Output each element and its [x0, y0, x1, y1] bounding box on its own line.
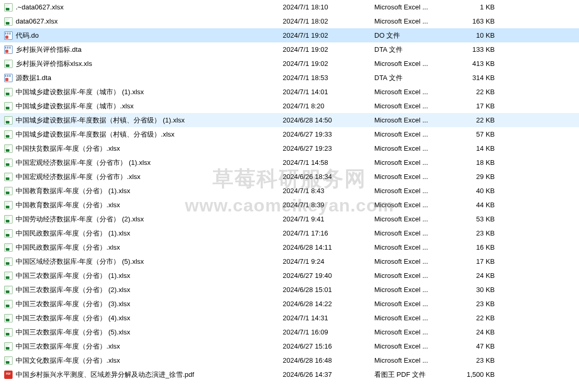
- file-name: 中国民政数据库-年度（分省）.xlsx: [16, 243, 283, 252]
- file-type: DO 文件: [374, 31, 463, 40]
- file-row[interactable]: 中国区域经济数据库-年度（分市） (5).xlsx2024/7/1 9:24Mi…: [0, 254, 579, 268]
- xlsx-file-icon: [4, 272, 13, 280]
- file-date: 2024/6/28 14:11: [283, 243, 374, 251]
- file-date: 2024/7/1 19:02: [283, 60, 374, 68]
- file-row[interactable]: 代码.do2024/7/1 19:02DO 文件10 KB: [0, 28, 579, 42]
- xlsx-file-icon: [4, 314, 13, 322]
- file-date: 2024/6/28 16:48: [283, 356, 374, 364]
- file-row[interactable]: 中国城乡建设数据库-年度（城市）.xlsx2024/7/1 8:20Micros…: [0, 99, 579, 113]
- xlsx-file-icon: [4, 342, 13, 351]
- xlsx-file-icon: [4, 356, 13, 365]
- file-size: 16 KB: [463, 243, 500, 251]
- file-size: 23 KB: [463, 229, 500, 237]
- file-type: Microsoft Excel ...: [374, 356, 463, 364]
- file-name: .~data0627.xlsx: [16, 3, 283, 11]
- file-row[interactable]: 中国文化数据库-年度（分省）.xlsx2024/6/28 16:48Micros…: [0, 353, 579, 367]
- file-row[interactable]: .~data0627.xlsx2024/7/1 18:10Microsoft E…: [0, 0, 579, 14]
- xlsx-file-icon: [4, 60, 13, 68]
- file-date: 2024/7/1 18:02: [283, 17, 374, 25]
- file-type: Microsoft Excel ...: [374, 229, 463, 237]
- xlsx-file-icon: [4, 159, 13, 167]
- file-row[interactable]: 中国城乡建设数据库-年度数据（村镇、分省级）.xlsx2024/6/27 19:…: [0, 127, 579, 141]
- file-type: Microsoft Excel ...: [374, 3, 463, 11]
- file-row[interactable]: 中国教育数据库-年度（分省） (1).xlsx2024/7/1 8:43Micr…: [0, 184, 579, 198]
- file-list: .~data0627.xlsx2024/7/1 18:10Microsoft E…: [0, 0, 579, 382]
- dta-file-icon: [4, 74, 13, 82]
- file-date: 2024/6/27 19:23: [283, 144, 374, 152]
- file-size: 30 KB: [463, 286, 500, 294]
- file-size: 57 KB: [463, 130, 500, 138]
- file-row[interactable]: 中国乡村振兴水平测度、区域差异分解及动态演进_徐雪.pdf2024/6/26 1…: [0, 367, 579, 382]
- file-row[interactable]: 中国劳动经济数据库-年度（分省） (2).xlsx2024/7/1 9:41Mi…: [0, 212, 579, 226]
- file-date: 2024/7/1 19:02: [283, 46, 374, 53]
- file-size: 40 KB: [463, 187, 500, 195]
- file-date: 2024/7/1 9:41: [283, 215, 374, 223]
- file-type: Microsoft Excel ...: [374, 243, 463, 251]
- file-name: 乡村振兴评价指标xlsx.xls: [16, 59, 283, 69]
- file-name: 中国城乡建设数据库-年度数据（村镇、分省级）.xlsx: [16, 130, 283, 139]
- file-date: 2024/7/1 9:24: [283, 257, 374, 265]
- file-name: 中国宏观经济数据库-年度（分省市）.xlsx: [16, 172, 283, 182]
- file-row[interactable]: 中国三农数据库-年度（分省） (5).xlsx2024/7/1 16:09Mic…: [0, 325, 579, 339]
- file-type: Microsoft Excel ...: [374, 187, 463, 195]
- file-date: 2024/6/28 14:50: [283, 116, 374, 124]
- file-size: 314 KB: [463, 74, 500, 82]
- file-size: 413 KB: [463, 60, 500, 68]
- file-size: 29 KB: [463, 173, 500, 181]
- file-size: 23 KB: [463, 300, 500, 308]
- file-size: 22 KB: [463, 314, 500, 322]
- file-type: Microsoft Excel ...: [374, 215, 463, 223]
- file-row[interactable]: 中国扶贫数据库-年度（分省）.xlsx2024/6/27 19:23Micros…: [0, 141, 579, 155]
- file-type: DTA 文件: [374, 73, 463, 83]
- file-row[interactable]: 乡村振兴评价指标xlsx.xls2024/7/1 19:02Microsoft …: [0, 57, 579, 71]
- file-type: Microsoft Excel ...: [374, 130, 463, 138]
- file-type: Microsoft Excel ...: [374, 328, 463, 336]
- file-size: 18 KB: [463, 159, 500, 166]
- file-date: 2024/7/1 14:01: [283, 88, 374, 96]
- xlsx-file-icon: [4, 215, 13, 223]
- xlsx-file-icon: [4, 3, 13, 12]
- file-date: 2024/7/1 18:53: [283, 74, 374, 82]
- file-name: 中国三农数据库-年度（分省） (3).xlsx: [16, 299, 283, 309]
- file-date: 2024/6/27 15:16: [283, 342, 374, 350]
- file-row[interactable]: 中国民政数据库-年度（分省） (1).xlsx2024/7/1 17:16Mic…: [0, 226, 579, 240]
- file-size: 17 KB: [463, 257, 500, 265]
- file-row[interactable]: 源数据1.dta2024/7/1 18:53DTA 文件314 KB: [0, 71, 579, 85]
- file-type: Microsoft Excel ...: [374, 257, 463, 265]
- file-row[interactable]: 中国城乡建设数据库-年度数据（村镇、分省级） (1).xlsx2024/6/28…: [0, 113, 579, 127]
- xlsx-file-icon: [4, 102, 13, 110]
- file-row[interactable]: 中国三农数据库-年度（分省） (1).xlsx2024/6/27 19:40Mi…: [0, 268, 579, 283]
- file-name: 中国扶贫数据库-年度（分省）.xlsx: [16, 144, 283, 153]
- file-size: 23 KB: [463, 356, 500, 364]
- file-date: 2024/6/26 14:37: [283, 371, 374, 378]
- file-row[interactable]: 中国三农数据库-年度（分省） (4).xlsx2024/7/1 14:31Mic…: [0, 311, 579, 325]
- xlsx-file-icon: [4, 88, 13, 96]
- file-date: 2024/7/1 14:31: [283, 314, 374, 322]
- file-row[interactable]: data0627.xlsx2024/7/1 18:02Microsoft Exc…: [0, 14, 579, 28]
- file-type: Microsoft Excel ...: [374, 286, 463, 294]
- file-size: 24 KB: [463, 272, 500, 279]
- file-row[interactable]: 中国民政数据库-年度（分省）.xlsx2024/6/28 14:11Micros…: [0, 240, 579, 254]
- file-type: Microsoft Excel ...: [374, 201, 463, 209]
- file-row[interactable]: 中国三农数据库-年度（分省） (3).xlsx2024/6/28 14:22Mi…: [0, 297, 579, 311]
- xlsx-file-icon: [4, 229, 13, 238]
- file-row[interactable]: 中国宏观经济数据库-年度（分省市）.xlsx2024/6/26 18:34Mic…: [0, 170, 579, 184]
- file-date: 2024/7/1 18:10: [283, 3, 374, 11]
- file-date: 2024/6/27 19:33: [283, 130, 374, 138]
- file-type: 看图王 PDF 文件: [374, 370, 463, 379]
- file-name: 中国劳动经济数据库-年度（分省） (2).xlsx: [16, 215, 283, 224]
- file-row[interactable]: 中国宏观经济数据库-年度（分省市） (1).xlsx2024/7/1 14:58…: [0, 155, 579, 170]
- file-size: 10 KB: [463, 31, 500, 39]
- file-row[interactable]: 中国三农数据库-年度（分省）.xlsx2024/6/27 15:16Micros…: [0, 339, 579, 353]
- file-size: 47 KB: [463, 342, 500, 350]
- file-type: Microsoft Excel ...: [374, 144, 463, 152]
- file-row[interactable]: 中国三农数据库-年度（分省） (2).xlsx2024/6/28 15:01Mi…: [0, 283, 579, 297]
- file-row[interactable]: 中国城乡建设数据库-年度（城市） (1).xlsx2024/7/1 14:01M…: [0, 85, 579, 99]
- file-row[interactable]: 乡村振兴评价指标.dta2024/7/1 19:02DTA 文件133 KB: [0, 42, 579, 57]
- file-type: Microsoft Excel ...: [374, 272, 463, 279]
- file-type: DTA 文件: [374, 45, 463, 54]
- file-name: 中国三农数据库-年度（分省） (4).xlsx: [16, 313, 283, 323]
- file-size: 1 KB: [463, 3, 500, 11]
- file-date: 2024/7/1 8:43: [283, 187, 374, 195]
- file-row[interactable]: 中国教育数据库-年度（分省）.xlsx2024/7/1 8:39Microsof…: [0, 198, 579, 212]
